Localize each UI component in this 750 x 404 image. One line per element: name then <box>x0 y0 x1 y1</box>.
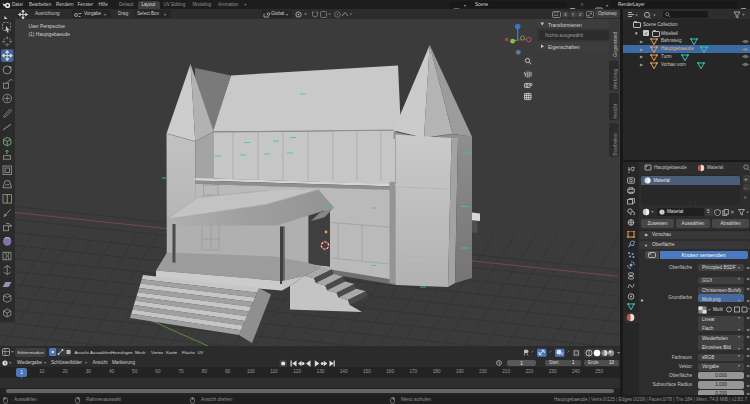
svg-text:Transformieren: Transformieren <box>548 22 582 28</box>
svg-text:Werkzeug: Werkzeug <box>613 68 618 89</box>
svg-text:Nichts ausgewählt: Nichts ausgewählt <box>545 33 584 38</box>
svg-text:12: 12 <box>554 12 560 17</box>
svg-text:(1) Hauptgebaeude: (1) Hauptgebaeude <box>29 32 71 37</box>
svg-text:Ansicht: Ansicht <box>613 103 618 119</box>
svg-text:User Perspective: User Perspective <box>29 24 66 29</box>
svg-text:Bearbeiten: Bearbeiten <box>613 133 618 156</box>
svg-text:Gegenstand: Gegenstand <box>613 32 618 57</box>
svg-text:Eigenschaften: Eigenschaften <box>548 44 580 50</box>
